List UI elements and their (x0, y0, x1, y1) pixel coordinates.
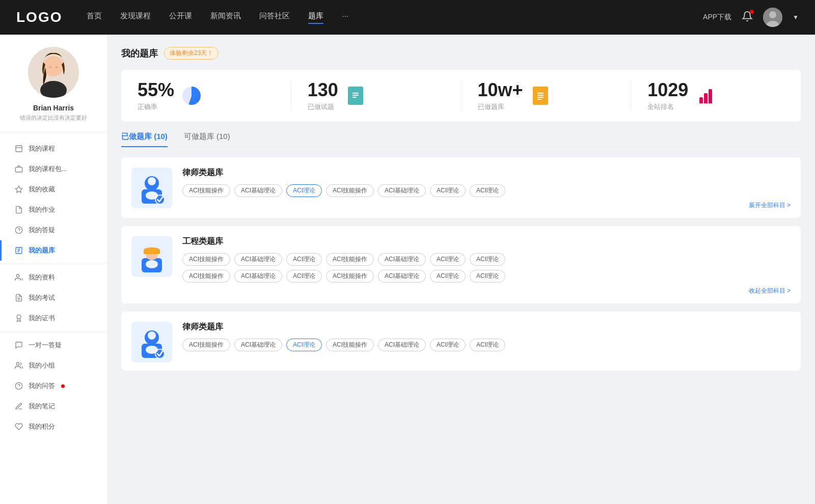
notes-icon (14, 402, 23, 411)
page-layout: Brian Harris 错误的决定比没有决定要好 我的课程 我的课程包... (0, 35, 815, 504)
svg-point-1 (769, 11, 776, 18)
notification-bell[interactable] (742, 11, 753, 24)
svg-point-5 (43, 56, 64, 76)
main-content: 我的题库 体验剩余23天！ 55% 正确率 130 已做试题 (107, 35, 815, 504)
category-card-lawyer-1: 律师类题库 ACI技能操作 ACI基础理论 ACI理论 ACI技能操作 ACI基… (121, 157, 801, 218)
stat-ranking-label: 全站排名 (647, 102, 688, 111)
sidebar-item-notes[interactable]: 我的笔记 (0, 396, 107, 416)
nav-item-discover[interactable]: 发现课程 (120, 11, 151, 24)
tag[interactable]: ACI技能操作 (182, 270, 230, 283)
app-download-link[interactable]: APP下载 (703, 13, 731, 22)
stat-banks-value: 10w+ (478, 80, 523, 100)
stat-banks-done: 10w+ 已做题库 (461, 80, 632, 111)
tag[interactable]: ACI基础理论 (234, 184, 282, 197)
sidebar-item-materials[interactable]: 我的资料 (0, 267, 107, 288)
category-1-body: 律师类题库 ACI技能操作 ACI基础理论 ACI理论 ACI技能操作 ACI基… (182, 167, 791, 210)
tag-selected[interactable]: ACI理论 (286, 339, 322, 351)
category-card-engineering: 工程类题库 ACI技能操作 ACI基础理论 ACI理论 ACI技能操作 ACI基… (121, 226, 801, 303)
tag[interactable]: ACI基础理论 (234, 339, 282, 351)
svg-point-36 (146, 191, 158, 200)
tab-done-banks[interactable]: 已做题库 (10) (121, 132, 168, 147)
banks-icon (530, 86, 551, 106)
sidebar-item-my-courses[interactable]: 我的课程 (0, 138, 107, 159)
sidebar-item-tutoring[interactable]: 一对一答疑 (0, 335, 107, 355)
collapse-link-2[interactable]: 收起全部科目 > (182, 287, 791, 295)
nav-item-qa[interactable]: 问答社区 (259, 11, 290, 24)
nav-item-home[interactable]: 首页 (87, 11, 102, 24)
nav-menu: 首页 发现课程 公开课 新闻资讯 问答社区 题库 ··· (87, 11, 703, 24)
sidebar-item-homework[interactable]: 我的作业 (0, 200, 107, 220)
svg-marker-11 (15, 186, 22, 192)
category-3-name: 律师类题库 (182, 322, 791, 332)
category-1-name: 律师类题库 (182, 167, 791, 178)
sidebar-item-label: 我的答疑 (29, 226, 55, 235)
quiz-icon (14, 246, 23, 255)
tag[interactable]: ACI理论 (430, 253, 466, 266)
tag[interactable]: ACI理论 (470, 270, 505, 283)
tab-available-banks[interactable]: 可做题库 (10) (184, 132, 230, 147)
sidebar-item-label: 我的课程包... (29, 164, 67, 174)
tag[interactable]: ACI理论 (430, 339, 466, 351)
tag[interactable]: ACI技能操作 (326, 184, 374, 197)
question-icon (14, 226, 23, 235)
tag[interactable]: ACI技能操作 (326, 253, 374, 266)
sidebar-menu: 我的课程 我的课程包... 我的收藏 我的作业 (0, 138, 107, 437)
tag[interactable]: ACI基础理论 (234, 270, 282, 283)
user-avatar[interactable] (763, 8, 782, 27)
nav-item-more[interactable]: ··· (342, 11, 348, 24)
sidebar-item-label: 我的问答 (29, 381, 55, 390)
tag[interactable]: ACI技能操作 (182, 339, 230, 351)
page-title: 我的题库 (121, 47, 158, 60)
tag[interactable]: ACI技能操作 (326, 270, 374, 283)
category-3-tags: ACI技能操作 ACI基础理论 ACI理论 ACI技能操作 ACI基础理论 AC… (182, 339, 791, 351)
package-icon (14, 164, 23, 174)
svg-rect-10 (15, 167, 22, 172)
nav-item-news[interactable]: 新闻资讯 (210, 11, 241, 24)
tag[interactable]: ACI基础理论 (378, 253, 426, 266)
lawyer-icon-wrap (131, 167, 172, 208)
tag-selected[interactable]: ACI理论 (286, 184, 322, 197)
top-nav: LOGO 首页 发现课程 公开课 新闻资讯 问答社区 题库 ··· APP下载 … (0, 0, 815, 35)
sidebar-item-exam[interactable]: 我的考试 (0, 288, 107, 308)
sidebar-divider-2 (0, 331, 107, 332)
svg-point-7 (56, 66, 58, 68)
tag[interactable]: ACI理论 (470, 184, 505, 197)
user-dropdown-arrow[interactable]: ▼ (793, 14, 799, 21)
sidebar-item-quiz-bank[interactable]: 我的题库 (0, 240, 107, 261)
tag[interactable]: ACI基础理论 (378, 339, 426, 351)
tag[interactable]: ACI理论 (430, 270, 466, 283)
tag[interactable]: ACI技能操作 (182, 253, 230, 266)
tag[interactable]: ACI理论 (286, 270, 322, 283)
sidebar-item-course-package[interactable]: 我的课程包... (0, 159, 107, 179)
sidebar-item-favorites[interactable]: 我的收藏 (0, 179, 107, 200)
svg-point-45 (148, 331, 156, 340)
sidebar-item-group[interactable]: 我的小组 (0, 355, 107, 376)
nav-item-quiz[interactable]: 题库 (308, 11, 323, 24)
sidebar-item-qa-mine[interactable]: 我的答疑 (0, 220, 107, 240)
tag[interactable]: ACI技能操作 (182, 184, 230, 197)
svg-point-35 (148, 177, 156, 185)
category-card-lawyer-2: 律师类题库 ACI技能操作 ACI基础理论 ACI理论 ACI技能操作 ACI基… (121, 312, 801, 371)
stat-ranking: 1029 全站排名 (631, 80, 801, 111)
expand-link-1[interactable]: 展开全部科目 > (182, 201, 791, 210)
tag[interactable]: ACI基础理论 (378, 270, 426, 283)
sidebar-item-points[interactable]: 我的积分 (0, 416, 107, 437)
tag[interactable]: ACI理论 (430, 184, 466, 197)
notification-dot (750, 10, 754, 14)
sidebar-item-label: 我的收藏 (29, 185, 55, 194)
sidebar-item-my-qa[interactable]: 我的问答 (0, 376, 107, 396)
tag[interactable]: ACI技能操作 (326, 339, 374, 351)
svg-point-40 (144, 247, 160, 253)
logo[interactable]: LOGO (16, 9, 62, 25)
tag[interactable]: ACI理论 (286, 253, 322, 266)
tag[interactable]: ACI基础理论 (234, 253, 282, 266)
nav-item-opencourse[interactable]: 公开课 (169, 11, 192, 24)
sidebar: Brian Harris 错误的决定比没有决定要好 我的课程 我的课程包... (0, 35, 107, 504)
tag[interactable]: ACI基础理论 (378, 184, 426, 197)
tag[interactable]: ACI理论 (470, 253, 505, 266)
tag[interactable]: ACI理论 (470, 339, 505, 351)
sidebar-item-certificate[interactable]: 我的证书 (0, 308, 107, 328)
sidebar-item-label: 我的笔记 (29, 402, 55, 411)
sidebar-motto: 错误的决定比没有决定要好 (12, 114, 95, 122)
stat-ranking-value: 1029 (647, 80, 688, 100)
